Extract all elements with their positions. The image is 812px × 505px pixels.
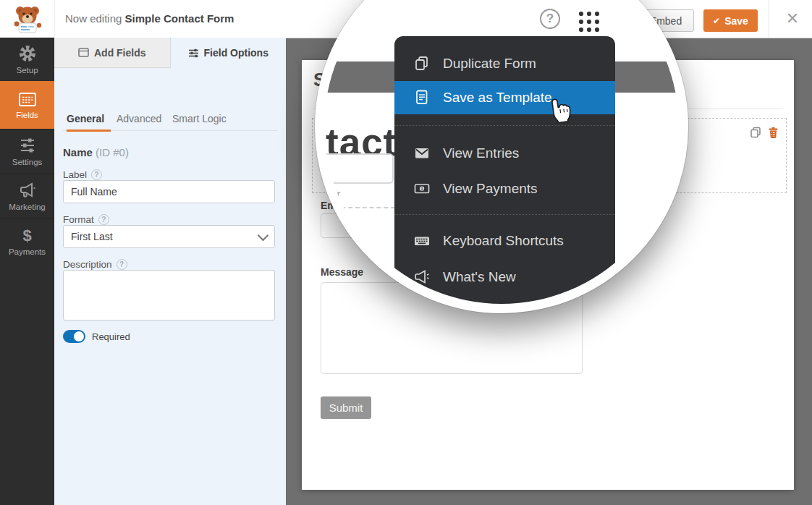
toggle-knob <box>74 331 84 341</box>
chevron-down-icon <box>258 229 269 241</box>
hand-cursor-icon <box>545 90 577 125</box>
magnified-first-input <box>316 153 394 184</box>
subtab-smart-logic[interactable]: Smart Logic <box>172 113 227 124</box>
builder-dropdown-menu: Duplicate Form Save as Template View Ent… <box>394 36 615 307</box>
message-field-label: Message <box>321 266 363 278</box>
sidebar-item-setup[interactable]: Setup <box>0 38 54 81</box>
dollar-icon: $ <box>22 228 31 244</box>
menu-item-save-as-template[interactable]: Save as Template <box>394 81 615 114</box>
help-circle-icon[interactable]: ? <box>540 9 560 29</box>
active-subtab-underline <box>67 130 111 132</box>
subtab-advanced[interactable]: Advanced <box>117 113 161 124</box>
label-input[interactable] <box>63 180 275 203</box>
field-options-panel: Add Fields Field Options General Advance… <box>54 38 286 505</box>
topbar-divider <box>769 0 769 38</box>
submit-button-preview[interactable]: Submit <box>321 396 371 419</box>
help-icon[interactable]: ? <box>91 169 102 180</box>
gear-icon <box>19 45 36 62</box>
check-icon: ✔ <box>713 16 720 26</box>
wpforms-logo <box>0 0 55 38</box>
builder-sidebar: Setup Fields Settings Marketing $ Paymen… <box>0 38 54 505</box>
menu-divider <box>394 125 615 126</box>
description-field-label: Description ? <box>63 259 127 270</box>
delete-field-icon[interactable] <box>768 127 779 138</box>
menu-item-keyboard-shortcuts[interactable]: Keyboard Shortcuts <box>394 229 615 253</box>
sidebar-item-payments[interactable]: $ Payments <box>0 218 54 264</box>
duplicate-icon <box>413 55 431 72</box>
whats-new-megaphone-icon <box>413 268 431 286</box>
menu-item-view-payments[interactable]: 1 View Payments <box>394 177 615 201</box>
subtab-general[interactable]: General <box>67 113 104 124</box>
magnified-first-sublabel: Fir <box>327 188 341 201</box>
grid-menu-icon[interactable] <box>577 9 601 34</box>
save-button[interactable]: ✔ Save <box>703 9 758 32</box>
help-icon[interactable]: ? <box>117 259 127 270</box>
fields-icon <box>18 92 37 107</box>
add-fields-icon <box>78 48 89 57</box>
duplicate-field-icon[interactable] <box>750 127 761 138</box>
svg-text:1: 1 <box>420 187 423 191</box>
required-toggle[interactable] <box>63 330 85 343</box>
template-icon <box>413 89 431 106</box>
close-builder-icon[interactable]: ✕ <box>782 9 803 29</box>
menu-item-view-entries[interactable]: View Entries <box>394 141 615 166</box>
field-options-icon <box>188 48 199 58</box>
keyboard-icon <box>413 232 431 250</box>
sidebar-item-settings[interactable]: Settings <box>0 129 54 174</box>
sidebar-item-marketing[interactable]: Marketing <box>0 174 54 218</box>
sidebar-item-fields[interactable]: Fields <box>0 81 54 129</box>
wpforms-bear-icon <box>12 4 43 34</box>
menu-item-duplicate-form[interactable]: Duplicate Form <box>394 51 615 76</box>
required-label: Required <box>92 331 130 342</box>
tab-field-options[interactable]: Field Options <box>171 38 287 68</box>
payments-bill-icon: 1 <box>413 180 431 198</box>
megaphone-icon <box>19 182 36 199</box>
tab-add-fields[interactable]: Add Fields <box>54 38 171 68</box>
menu-item-whats-new[interactable]: What's New <box>394 265 615 289</box>
format-select[interactable]: First Last <box>63 225 275 248</box>
help-icon[interactable]: ? <box>98 214 109 225</box>
format-field-label: Format ? <box>63 214 109 225</box>
now-editing-text: Now editing Simple Contact Form <box>65 0 234 38</box>
sliders-icon <box>19 137 36 154</box>
entries-envelope-icon <box>413 145 431 162</box>
panel-tabs: Add Fields Field Options <box>54 38 286 68</box>
menu-divider <box>394 214 615 215</box>
field-title: Name (ID #0) <box>63 146 129 158</box>
label-field-label: Label ? <box>63 169 102 180</box>
description-textarea[interactable] <box>63 270 275 321</box>
editing-form-name: Simple Contact Form <box>125 12 234 25</box>
